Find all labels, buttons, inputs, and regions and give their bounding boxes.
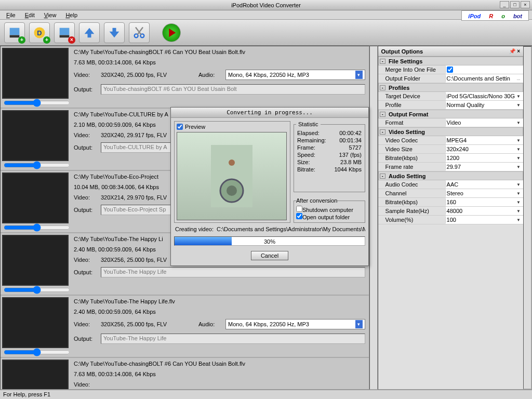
prop-row: Target DeviceiPod 5G/Classic/Nono 30G▼ bbox=[378, 92, 523, 101]
output-field[interactable]: YouTube-The Happy Life bbox=[101, 334, 365, 344]
prop-row: Output FolderC:\Documents and Settin... bbox=[378, 74, 523, 83]
svg-rect-1 bbox=[10, 35, 20, 37]
list-scrollbar[interactable] bbox=[369, 46, 378, 390]
prop-key: Format bbox=[378, 119, 446, 126]
prop-row: Frame rate29.97▼ bbox=[378, 163, 523, 171]
thumbnail bbox=[2, 172, 69, 223]
prop-section-header[interactable]: -Output Format bbox=[378, 110, 523, 118]
convert-progress-dialog: Converting in progress... Preview Statis… bbox=[170, 107, 369, 266]
prop-value[interactable]: 29.97▼ bbox=[446, 163, 523, 171]
video-info: 320X240, 25.000 fps, FLV bbox=[101, 72, 194, 78]
thumbnail bbox=[2, 235, 69, 286]
seek-slider[interactable] bbox=[4, 224, 70, 231]
shutdown-checkbox[interactable] bbox=[296, 206, 302, 212]
statistic-label: Statistic bbox=[296, 121, 321, 127]
prop-value[interactable]: Normal Quality▼ bbox=[446, 101, 523, 109]
stat-frame-value: 5727 bbox=[349, 144, 362, 151]
svg-rect-5 bbox=[60, 35, 70, 37]
menu-view[interactable]: View bbox=[40, 11, 61, 19]
menu-file[interactable]: File bbox=[2, 11, 20, 19]
statistic-group: Statistic Elapsed:00:00:42 Remaining:00:… bbox=[294, 121, 365, 192]
menu-edit[interactable]: Edit bbox=[21, 11, 39, 19]
prop-value[interactable]: AAC▼ bbox=[446, 180, 523, 189]
cancel-button[interactable]: Cancel bbox=[251, 251, 288, 260]
svg-rect-4 bbox=[60, 28, 70, 35]
stat-speed-value: 137 (fps) bbox=[339, 152, 362, 158]
prop-section-header[interactable]: -Profiles bbox=[378, 83, 523, 92]
prop-value[interactable]: 1200▼ bbox=[446, 154, 523, 162]
statusbar: For Help, press F1 bbox=[0, 390, 532, 399]
prop-scrollbar[interactable] bbox=[523, 46, 531, 389]
add-dvd-button[interactable]: D+ bbox=[29, 22, 50, 43]
remove-button[interactable]: × bbox=[54, 22, 75, 43]
prop-value[interactable]: C:\Documents and Settin... bbox=[446, 74, 523, 83]
pin-icon[interactable]: 📌 × bbox=[509, 48, 520, 54]
prop-value[interactable]: 100▼ bbox=[446, 216, 523, 224]
close-button[interactable]: × bbox=[521, 1, 530, 8]
thumbnail bbox=[2, 110, 69, 161]
file-path: C:\My Tube\YouTube-chasingBOLT #6 Can YO… bbox=[74, 49, 365, 55]
audio-select[interactable]: Mono, 64 Kbps, 22050 Hz, MP3▾ bbox=[225, 319, 365, 329]
convert-button[interactable] bbox=[162, 23, 181, 42]
preview-checkbox[interactable] bbox=[177, 124, 183, 130]
output-field[interactable]: YouTube-chasingBOLT #6 Can YOU Beat Usai… bbox=[101, 84, 365, 95]
seek-slider[interactable] bbox=[4, 162, 70, 168]
prop-key: Sample Rate(Hz) bbox=[378, 208, 446, 214]
stat-frame-label: Frame: bbox=[297, 144, 315, 151]
move-up-button[interactable] bbox=[79, 22, 100, 43]
video-label: Video: bbox=[74, 257, 97, 263]
output-label: Output: bbox=[74, 336, 97, 342]
stat-elapsed-label: Elapsed: bbox=[297, 130, 320, 136]
list-item[interactable]: C:\My Tube\YouTube-chasingBOLT #6 Can YO… bbox=[1, 358, 369, 390]
prop-value[interactable]: iPod 5G/Classic/Nono 30G▼ bbox=[446, 92, 523, 100]
maximize-button[interactable]: □ bbox=[510, 1, 520, 8]
prop-value[interactable] bbox=[446, 65, 523, 74]
prop-section-header[interactable]: -Audio Setting bbox=[378, 171, 523, 180]
video-label: Video: bbox=[74, 72, 97, 78]
prop-key: Bitrate(kbps) bbox=[378, 199, 446, 205]
minimize-button[interactable]: _ bbox=[500, 1, 509, 8]
thumbnail bbox=[2, 360, 69, 390]
output-label: Output: bbox=[74, 269, 97, 275]
seek-slider[interactable] bbox=[4, 349, 70, 355]
prop-section-header[interactable]: -Video Setting bbox=[378, 127, 523, 136]
seek-slider[interactable] bbox=[4, 100, 70, 106]
prop-value[interactable]: 320x240▼ bbox=[446, 145, 523, 153]
prop-key: Merge Into One File bbox=[378, 66, 446, 73]
seek-slider[interactable] bbox=[4, 287, 70, 293]
prop-value[interactable]: Video▼ bbox=[446, 118, 523, 127]
file-path: C:\My Tube\YouTube-chasingBOLT #6 Can YO… bbox=[74, 361, 365, 367]
prop-key: Video Size bbox=[378, 146, 446, 152]
cut-button[interactable] bbox=[129, 22, 150, 43]
file-meta: 2.40 MB, 00:00:59.009, 64 Kbps bbox=[74, 309, 365, 315]
stat-bitrate-label: Bitrate: bbox=[297, 166, 315, 172]
file-meta: 7.63 MB, 00:03:14.008, 64 Kbps bbox=[74, 59, 365, 65]
after-conversion-group: After conversion Shutdown computer Open … bbox=[294, 197, 365, 223]
output-label: Output: bbox=[74, 86, 97, 92]
window-title: iPodRobot Video Converter bbox=[231, 2, 301, 8]
video-label: Video: bbox=[74, 381, 97, 388]
stat-size-value: 23.8 MB bbox=[340, 159, 362, 165]
prop-value[interactable]: Stereo▼ bbox=[446, 189, 523, 197]
stat-size-label: Size: bbox=[297, 159, 310, 165]
prop-row: Bitrate(kbps)160▼ bbox=[378, 198, 523, 207]
open-folder-checkbox[interactable] bbox=[296, 213, 302, 219]
add-file-button[interactable]: + bbox=[4, 22, 25, 43]
stat-remaining-label: Remaining: bbox=[297, 137, 326, 143]
prop-row: Sample Rate(Hz)48000▼ bbox=[378, 207, 523, 216]
audio-select[interactable]: Mono, 64 Kbps, 22050 Hz, MP3▾ bbox=[225, 70, 365, 80]
menu-help[interactable]: Help bbox=[61, 11, 82, 19]
list-item[interactable]: C:\My Tube\YouTube-The Happy Life.flv 2.… bbox=[1, 296, 369, 358]
prop-section-header[interactable]: -File Settings bbox=[378, 57, 523, 65]
prop-value[interactable]: 48000▼ bbox=[446, 207, 523, 215]
video-label: Video: bbox=[74, 132, 97, 138]
video-label: Video: bbox=[74, 194, 97, 201]
list-item[interactable]: C:\My Tube\YouTube-chasingBOLT #6 Can YO… bbox=[1, 46, 369, 109]
output-label: Output: bbox=[74, 207, 97, 213]
prop-value[interactable]: 160▼ bbox=[446, 198, 523, 206]
move-down-button[interactable] bbox=[104, 22, 125, 43]
output-field[interactable]: YouTube-The Happy Life bbox=[101, 267, 365, 277]
prop-value[interactable]: MPEG4▼ bbox=[446, 136, 523, 144]
prop-row: Bitrate(kbps)1200▼ bbox=[378, 154, 523, 163]
svg-point-11 bbox=[229, 159, 235, 166]
